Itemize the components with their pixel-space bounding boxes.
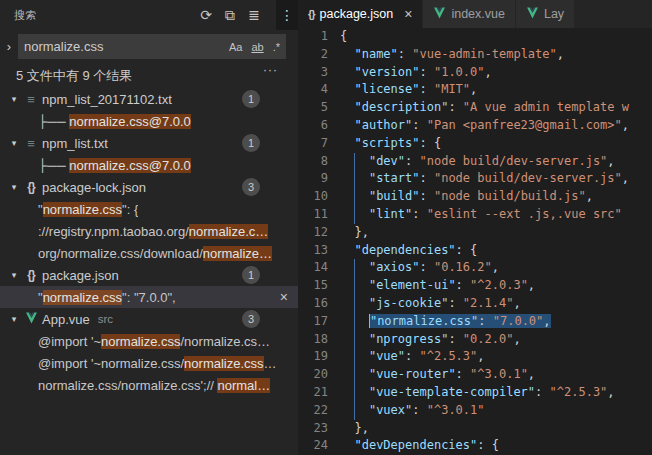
match-case-toggle[interactable]: Aa bbox=[227, 40, 244, 54]
badge-wrap: 1 bbox=[242, 266, 260, 284]
dismiss-match-icon[interactable]: × bbox=[280, 289, 298, 305]
code-line[interactable]: 24 "devDependencies": { bbox=[298, 437, 652, 455]
file-name: package-lock.json bbox=[42, 180, 146, 195]
indent-guide bbox=[354, 402, 355, 420]
search-title: 搜索 bbox=[14, 8, 194, 23]
code-text: "name": "vue-admin-template", bbox=[340, 46, 564, 64]
match-text: normalize.css@7.0.0 bbox=[69, 158, 191, 173]
code-line[interactable]: 1{ bbox=[298, 28, 652, 46]
match-row[interactable]: org/normalize.css/download/normalize… bbox=[0, 242, 298, 264]
code-line[interactable]: 13 "dependencies": { bbox=[298, 242, 652, 260]
match-after: ": { bbox=[122, 202, 138, 217]
collapse-all-icon[interactable]: ≣ bbox=[242, 0, 266, 30]
match-text: normalize.css bbox=[101, 334, 180, 349]
code-text: "scripts": { bbox=[340, 135, 441, 153]
file-row[interactable]: ▾{}package-lock.json3 bbox=[0, 176, 298, 198]
search-actions: ⟳⧉≣⋮ bbox=[194, 0, 298, 30]
match-row[interactable]: @import '~normalize.css/normalize.css… bbox=[0, 352, 298, 374]
match-before: org/normalize.css/download/ bbox=[38, 246, 203, 261]
line-number: 2 bbox=[298, 46, 328, 64]
code-line[interactable]: 15 "element-ui": "^2.0.3", bbox=[298, 277, 652, 295]
file-row[interactable]: ▾≡npm_list.txt1 bbox=[0, 132, 298, 154]
code-text: "vue": "^2.5.3", bbox=[340, 348, 485, 366]
code-line[interactable]: 16 "js-cookie": "2.1.4", bbox=[298, 295, 652, 313]
tab-index.vue[interactable]: index.vue bbox=[423, 0, 516, 28]
whole-word-toggle[interactable]: ab bbox=[249, 40, 265, 54]
file-name: npm_list.txt bbox=[42, 136, 108, 151]
code-line[interactable]: 19 "vue": "^2.5.3", bbox=[298, 348, 652, 366]
indent-guide bbox=[354, 188, 355, 206]
refresh-icon[interactable]: ⟳ bbox=[194, 0, 218, 30]
match-before: @import '~ bbox=[38, 334, 101, 349]
match-text: normalize.c… bbox=[189, 224, 268, 239]
search-input[interactable] bbox=[18, 39, 227, 54]
results-summary: 5 文件中有 9 个结果 bbox=[16, 67, 132, 85]
code-line[interactable]: 3 "version": "1.0.0", bbox=[298, 64, 652, 82]
tab-bar: {}package.json×index.vueLay bbox=[298, 0, 652, 28]
match-before: normalize.css/normalize.css';// bbox=[38, 378, 217, 393]
file-row[interactable]: ▾≡npm_list_20171102.txt1 bbox=[0, 88, 298, 110]
match-row[interactable]: "normalize.css": { bbox=[0, 198, 298, 220]
toggle-search-details-button[interactable]: ··· bbox=[263, 63, 278, 77]
search-results-tree: ▾≡npm_list_20171102.txt1├── normalize.cs… bbox=[0, 88, 298, 455]
more-actions-icon[interactable]: ⋮ bbox=[276, 0, 298, 30]
code-line[interactable]: 12 }, bbox=[298, 224, 652, 242]
line-number: 12 bbox=[298, 224, 328, 242]
code-line[interactable]: 10 "build": "node build/build.js", bbox=[298, 188, 652, 206]
code-line[interactable]: 14 "axios": "0.16.2", bbox=[298, 259, 652, 277]
file-path: src bbox=[98, 313, 113, 325]
code-text: "js-cookie": "2.1.4", bbox=[340, 295, 521, 313]
match-preview: "normalize.css": "7.0.0", bbox=[38, 290, 176, 305]
code-area[interactable]: 1{2 "name": "vue-admin-template",3 "vers… bbox=[298, 28, 652, 455]
code-line[interactable]: 6 "author": "Pan <panfree23@gmail.com>", bbox=[298, 117, 652, 135]
code-text: "dependencies": { bbox=[340, 242, 477, 260]
match-row[interactable]: ://registry.npm.taobao.org/normalize.c… bbox=[0, 220, 298, 242]
line-number: 8 bbox=[298, 153, 328, 171]
code-line[interactable]: 7 "scripts": { bbox=[298, 135, 652, 153]
code-line[interactable]: 22 "vuex": "^3.0.1" bbox=[298, 402, 652, 420]
match-text: normal… bbox=[217, 378, 270, 393]
close-icon[interactable]: × bbox=[404, 6, 412, 22]
match-text: normalize.css bbox=[43, 202, 122, 217]
code-line[interactable]: 20 "vue-router": "^3.0.1", bbox=[298, 366, 652, 384]
code-line[interactable]: 8 "dev": "node build/dev-server.js", bbox=[298, 153, 652, 171]
code-line[interactable]: 4 "license": "MIT", bbox=[298, 81, 652, 99]
line-number: 1 bbox=[298, 28, 328, 46]
match-text: normalize.css bbox=[43, 290, 122, 305]
match-count-badge: 1 bbox=[242, 90, 260, 108]
badge-wrap: 1 bbox=[242, 134, 260, 152]
code-line[interactable]: 18 "nprogress": "0.2.0", bbox=[298, 331, 652, 349]
match-row[interactable]: normalize.css/normalize.css';// normal… bbox=[0, 374, 298, 396]
file-row[interactable]: ▾App.vuesrc3 bbox=[0, 308, 298, 330]
match-row[interactable]: @import '~normalize.css/normalize.cs… bbox=[0, 330, 298, 352]
match-row[interactable]: "normalize.css": "7.0.0",× bbox=[0, 286, 298, 308]
file-name: App.vue bbox=[42, 312, 90, 327]
code-line[interactable]: 21 "vue-template-compiler": "^2.5.3", bbox=[298, 384, 652, 402]
code-line[interactable]: 5 "description": "A vue admin template w bbox=[298, 99, 652, 117]
code-line[interactable]: 9 "start": "node build/dev-server.js", bbox=[298, 170, 652, 188]
clear-search-results-icon[interactable]: ⧉ bbox=[218, 0, 242, 30]
match-row[interactable]: ├── normalize.css@7.0.0 bbox=[0, 110, 298, 132]
line-number: 3 bbox=[298, 64, 328, 82]
indent-guide bbox=[354, 153, 355, 171]
match-preview: @import '~normalize.css/normalize.css… bbox=[38, 356, 277, 371]
match-preview: ├── normalize.css@7.0.0 bbox=[38, 114, 191, 129]
tab-Lay[interactable]: Lay bbox=[516, 0, 575, 28]
search-header: 搜索 ⟳⧉≣⋮ bbox=[0, 0, 298, 30]
code-line[interactable]: 17 "normalize.css": "7.0.0", bbox=[298, 313, 652, 331]
code-line[interactable]: 2 "name": "vue-admin-template", bbox=[298, 46, 652, 64]
file-row[interactable]: ▾{}package.json1 bbox=[0, 264, 298, 286]
match-row[interactable]: ├── normalize.css@7.0.0 bbox=[0, 154, 298, 176]
regex-toggle[interactable]: .* bbox=[271, 40, 282, 54]
match-preview: ://registry.npm.taobao.org/normalize.c… bbox=[38, 224, 268, 239]
match-count-badge: 1 bbox=[242, 266, 260, 284]
line-number: 6 bbox=[298, 117, 328, 135]
match-before: ├── bbox=[38, 158, 69, 173]
code-line[interactable]: 11 "lint": "eslint --ext .js,.vue src" bbox=[298, 206, 652, 224]
line-number: 5 bbox=[298, 99, 328, 117]
toggle-replace-chevron[interactable]: › bbox=[0, 39, 18, 54]
code-text: "devDependencies": { bbox=[340, 437, 499, 455]
line-number: 16 bbox=[298, 295, 328, 313]
tab-package.json[interactable]: {}package.json× bbox=[298, 0, 423, 28]
code-line[interactable]: 23 }, bbox=[298, 420, 652, 438]
